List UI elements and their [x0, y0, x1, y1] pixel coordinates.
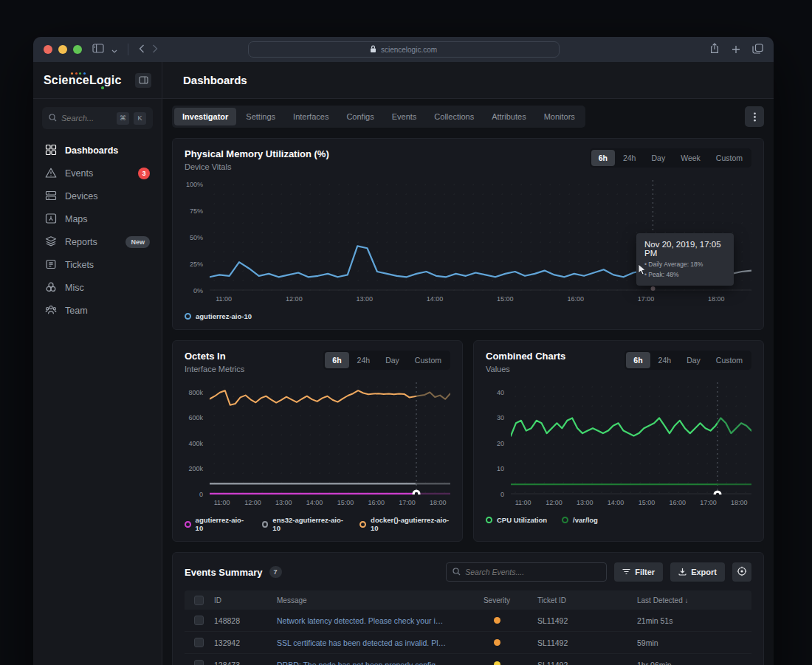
event-message-link[interactable]: Network latency detected. Please check y…: [277, 616, 456, 625]
combined-chart-area: 010203040 11:0012:0013:0014:0015:0016:00…: [474, 376, 763, 511]
sidebar-item-events[interactable]: Events 3: [39, 162, 156, 185]
sidebar-search[interactable]: ⌘ K: [42, 107, 153, 129]
range-day-button[interactable]: Day: [644, 150, 672, 166]
tab-configs[interactable]: Configs: [338, 108, 382, 125]
row-checkbox[interactable]: [194, 660, 204, 665]
sidebar-collapse-icon[interactable]: [135, 73, 151, 88]
row-checkbox[interactable]: [194, 638, 204, 647]
tab-overview-icon[interactable]: [752, 44, 763, 56]
search-input[interactable]: [61, 114, 112, 123]
back-icon[interactable]: [139, 43, 145, 56]
column-message[interactable]: Message: [277, 596, 456, 604]
tickets-icon: [45, 258, 57, 272]
logo-row: ScienceLogic: [33, 62, 162, 99]
select-all-checkbox[interactable]: [194, 596, 204, 605]
forward-icon[interactable]: [152, 43, 158, 56]
events-table: ID Message Severity Ticket ID Last Detec…: [185, 590, 751, 665]
legend-item[interactable]: agutierrez-aio-10: [185, 516, 247, 532]
url-text: sciencelogic.com: [381, 46, 437, 54]
tab-investigator[interactable]: Investigator: [174, 108, 236, 125]
events-summary-title: Events Summary: [185, 567, 263, 578]
series-label: docker()-agutierrez-aio-10: [371, 516, 450, 532]
range-6h-button[interactable]: 6h: [626, 352, 650, 368]
sidebar-item-maps[interactable]: Maps: [39, 208, 156, 230]
range-custom-button[interactable]: Custom: [709, 352, 750, 368]
column-last-detected[interactable]: Last Detected ↓: [637, 596, 751, 604]
event-message-link[interactable]: SSL certificate has been detected as inv…: [277, 638, 456, 647]
sidebar-item-reports[interactable]: Reports New: [39, 231, 156, 253]
share-icon[interactable]: [709, 43, 720, 56]
range-24h-button[interactable]: 24h: [651, 352, 679, 368]
range-custom-button[interactable]: Custom: [709, 150, 750, 166]
octets-chart-plot[interactable]: [210, 382, 450, 495]
sidebar-item-devices[interactable]: Devices: [39, 185, 156, 207]
range-day-button[interactable]: Day: [378, 352, 407, 368]
range-6h-button[interactable]: 6h: [591, 150, 615, 166]
chevron-down-icon[interactable]: [111, 43, 117, 56]
combined-chart-subtitle: Values: [486, 365, 565, 373]
range-24h-button[interactable]: 24h: [350, 352, 378, 368]
main-area: Dashboards Investigator Settings Interfa…: [162, 62, 774, 665]
table-row[interactable]: 128473 DRBD: The node has not been prope…: [185, 654, 751, 665]
new-tab-icon[interactable]: [732, 44, 740, 56]
tab-monitors[interactable]: Monitors: [536, 108, 583, 125]
browser-window: sciencelogic.com ScienceLogic: [33, 37, 774, 665]
gear-icon: [737, 566, 747, 578]
combined-y-axis: 010203040: [486, 382, 511, 495]
address-bar[interactable]: sciencelogic.com: [248, 41, 560, 58]
range-24h-button[interactable]: 24h: [616, 150, 644, 166]
events-search-input[interactable]: [465, 568, 600, 576]
content-area: Investigator Settings Interfaces Configs…: [162, 99, 774, 665]
octets-range-group: 6h 24h Day Custom: [323, 351, 450, 370]
last-detected: 59min: [637, 638, 751, 647]
range-day-button[interactable]: Day: [679, 352, 708, 368]
column-ticket-id[interactable]: Ticket ID: [537, 596, 637, 604]
legend-item[interactable]: /var/log: [562, 516, 598, 524]
dashboards-icon: [45, 144, 57, 158]
close-window-button[interactable]: [44, 45, 52, 54]
column-id[interactable]: ID: [214, 596, 277, 604]
team-icon: [45, 304, 57, 318]
tab-interfaces[interactable]: Interfaces: [285, 108, 337, 125]
sidebar-item-label: Devices: [65, 191, 97, 201]
sidebar-item-misc[interactable]: Misc: [39, 277, 156, 299]
tab-collections[interactable]: Collections: [426, 108, 482, 125]
column-severity[interactable]: Severity: [456, 596, 537, 604]
tab-settings[interactable]: Settings: [238, 108, 283, 125]
memory-chart-plot[interactable]: Nov 20, 2019, 17:05 PM Daily Average: 18…: [210, 180, 751, 291]
severity-dot: [494, 661, 500, 665]
table-row[interactable]: 148828 Network latency detected. Please …: [185, 610, 751, 632]
tab-row: Investigator Settings Interfaces Configs…: [172, 106, 764, 128]
sidebar-item-label: Tickets: [65, 260, 94, 270]
memory-chart-subtitle: Device Vitals: [185, 162, 329, 171]
zoom-window-button[interactable]: [73, 45, 82, 54]
more-options-button[interactable]: [745, 106, 764, 127]
range-custom-button[interactable]: Custom: [407, 352, 449, 368]
event-message-link[interactable]: DRBD: The node has not been properly con…: [277, 661, 456, 665]
sidebar-item-tickets[interactable]: Tickets: [39, 254, 156, 276]
events-search[interactable]: [446, 562, 607, 582]
combined-legend: CPU Utilization /var/log: [474, 511, 763, 533]
sidebar-panel-icon[interactable]: [92, 43, 104, 56]
combined-range-group: 6h 24h Day Custom: [625, 351, 751, 370]
range-6h-button[interactable]: 6h: [325, 352, 348, 368]
legend-item[interactable]: docker()-agutierrez-aio-10: [359, 516, 450, 532]
tab-events[interactable]: Events: [384, 108, 425, 125]
row-checkbox[interactable]: [194, 616, 204, 625]
tab-attributes[interactable]: Attributes: [484, 108, 534, 125]
legend-item[interactable]: agutierrez-aio-10: [185, 312, 252, 320]
legend-item[interactable]: CPU Utilization: [486, 516, 547, 524]
sidebar-item-dashboards[interactable]: Dashboards: [39, 139, 156, 162]
filter-button[interactable]: Filter: [614, 562, 663, 582]
maps-icon: [45, 213, 57, 227]
table-row[interactable]: 132942 SSL certificate has been detected…: [185, 632, 751, 654]
combined-chart-plot[interactable]: [511, 382, 751, 495]
sidebar-item-team[interactable]: Team: [39, 300, 156, 322]
minimize-window-button[interactable]: [58, 45, 67, 54]
legend-item[interactable]: ens32-agutierrez-aio-10: [262, 516, 345, 532]
export-button[interactable]: Export: [670, 562, 725, 582]
events-table-header: ID Message Severity Ticket ID Last Detec…: [185, 590, 751, 610]
tooltip-peak: Peak: 48%: [644, 271, 726, 278]
range-week-button[interactable]: Week: [673, 150, 708, 166]
table-settings-button[interactable]: [732, 562, 751, 582]
